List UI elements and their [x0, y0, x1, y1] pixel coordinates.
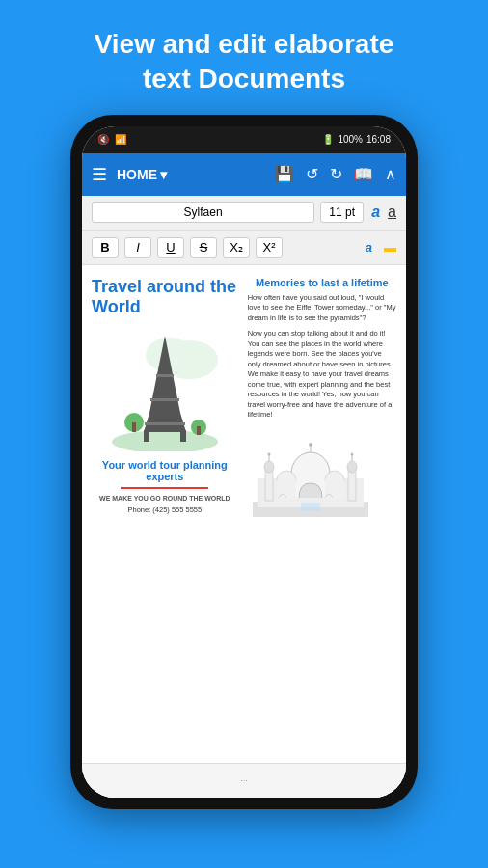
hero-line1: View and edit elaborate [95, 29, 394, 59]
doc-left-column: Travel around the World [92, 277, 238, 751]
hamburger-icon[interactable]: ☰ [92, 164, 107, 185]
taj-svg [248, 430, 373, 522]
svg-rect-7 [150, 398, 179, 401]
doc-travel-title: Travel around the World [92, 277, 238, 318]
text-color-btn[interactable]: a [366, 240, 372, 255]
up-icon[interactable]: ∧ [385, 165, 396, 183]
strikethrough-button[interactable]: S [190, 237, 217, 258]
world-tour-section: Your world tour planning experts WE MAKE… [92, 459, 238, 514]
text-color-icon[interactable]: a [371, 203, 380, 221]
clock-display: 16:08 [366, 134, 391, 145]
italic-button[interactable]: I [124, 237, 151, 258]
svg-rect-14 [197, 426, 201, 435]
taj-illustration [248, 430, 396, 527]
font-name-selector[interactable]: Sylfaen [92, 202, 314, 223]
bold-button[interactable]: B [92, 237, 119, 258]
svg-rect-8 [145, 422, 185, 425]
hero-section: View and edit elaborate text Documents [75, 0, 414, 115]
svg-rect-26 [325, 479, 344, 499]
notch-left: 🔇 📶 [97, 134, 126, 145]
svg-point-32 [350, 452, 353, 455]
body-text-2: Now you can stop talking about it and do… [248, 329, 396, 420]
world-tour-title: Your world tour planning experts [92, 459, 238, 482]
document-area: Travel around the World [82, 265, 406, 798]
svg-rect-6 [156, 374, 174, 377]
format-bar-fonts: Sylfaen 11 pt a a [82, 196, 406, 231]
undo-icon[interactable]: ↺ [306, 165, 318, 183]
toolbar-actions: 💾 ↺ ↻ 📖 ∧ [275, 165, 396, 183]
redo-icon[interactable]: ↻ [330, 165, 342, 183]
svg-rect-10 [180, 430, 186, 442]
doc-footer: ··· [82, 763, 406, 798]
svg-point-22 [347, 461, 357, 473]
hero-title: View and edit elaborate text Documents [75, 0, 414, 115]
font-size-selector[interactable]: 11 pt [320, 202, 364, 223]
eiffel-illustration [92, 326, 238, 451]
svg-point-28 [309, 443, 312, 447]
memories-title: Memories to last a lifetime [248, 277, 396, 288]
separator-line [121, 487, 208, 489]
wifi-icon: 📶 [115, 134, 126, 145]
phone-device: 🔇 📶 🔋 100% 16:08 ☰ HOME ▾ 💾 ↺ ↻ 📖 ∧ [70, 115, 418, 809]
svg-marker-4 [149, 374, 180, 413]
battery-level: 100% [338, 134, 363, 145]
phone-screen: 🔇 📶 🔋 100% 16:08 ☰ HOME ▾ 💾 ↺ ↻ 📖 ∧ [82, 126, 406, 798]
phone-notch: 🔇 📶 🔋 100% 16:08 [82, 126, 406, 153]
text-style-icons: a a [371, 203, 396, 221]
svg-rect-9 [144, 430, 149, 442]
doc-content: Travel around the World [82, 265, 406, 763]
subscript-button[interactable]: X₂ [223, 237, 250, 258]
eiffel-svg [107, 326, 223, 451]
notch-right: 🔋 100% 16:08 [322, 134, 391, 145]
underline-button[interactable]: U [157, 237, 184, 258]
font-style-icon[interactable]: a [388, 203, 396, 221]
we-make-text: WE MAKE YOU GO ROUND THE WORLD [92, 495, 238, 502]
save-icon[interactable]: 💾 [275, 165, 294, 183]
mute-icon: 🔇 [97, 134, 109, 145]
book-icon[interactable]: 📖 [354, 165, 373, 183]
doc-right-column: Memories to last a lifetime How often ha… [248, 277, 396, 751]
highlight-btn[interactable]: ▬ [384, 240, 396, 255]
format-bar-buttons: B I U S X₂ X² a ▬ [82, 231, 406, 265]
toolbar-title-area[interactable]: HOME ▾ [117, 167, 167, 182]
toolbar-title-label: HOME [117, 167, 157, 182]
svg-rect-33 [301, 503, 320, 511]
svg-point-30 [267, 452, 270, 455]
body-text-1: How often have you said out loud, "I wou… [248, 293, 396, 324]
app-toolbar: ☰ HOME ▾ 💾 ↺ ↻ 📖 ∧ [82, 153, 406, 196]
footer-text: ··· [240, 775, 248, 785]
hero-line2: text Documents [143, 64, 345, 94]
svg-point-20 [264, 461, 274, 473]
battery-icon: 🔋 [322, 134, 334, 145]
superscript-button[interactable]: X² [256, 237, 283, 258]
svg-rect-12 [132, 422, 136, 432]
dropdown-chevron-icon: ▾ [160, 167, 167, 182]
phone-text: Phone: (425) 555 5555 [92, 505, 238, 514]
